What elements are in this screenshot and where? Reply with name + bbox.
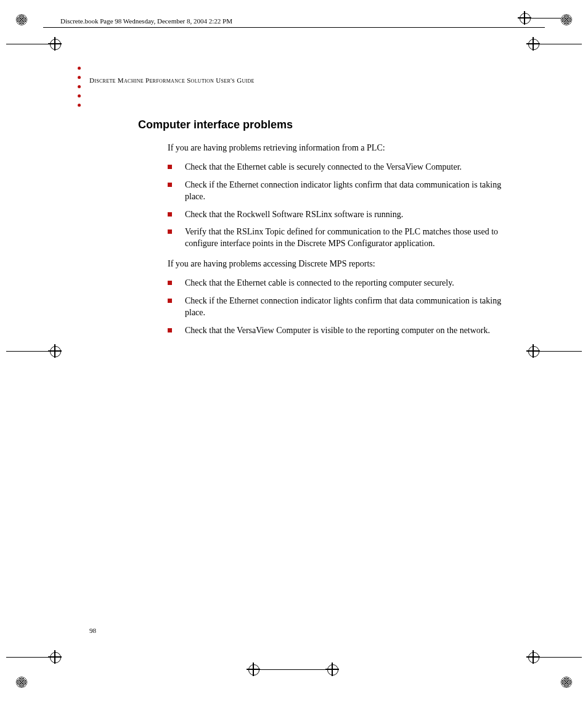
crop-mark-icon (6, 650, 62, 665)
list-item: Check that the Ethernet cable is securel… (168, 162, 508, 173)
registration-dot-icon (16, 677, 27, 688)
crop-mark-icon (6, 37, 62, 52)
section-dots-icon (78, 60, 81, 113)
crop-mark-icon (526, 344, 582, 359)
intro-paragraph: If you are having problems accessing Dis… (168, 258, 508, 270)
bullet-list: Check that the Ethernet cable is connect… (168, 278, 508, 337)
registration-dot-icon (561, 14, 572, 25)
page-number: 98 (89, 627, 96, 634)
crop-mark-icon (247, 663, 339, 677)
list-item: Check that the Rockwell Software RSLinx … (168, 209, 508, 221)
list-item: Check that the Ethernet cable is connect… (168, 278, 508, 289)
crop-mark-icon (518, 11, 561, 26)
list-item: Check that the VersaView Computer is vis… (168, 325, 508, 337)
crop-mark-icon (6, 344, 62, 359)
list-item: Verify that the RSLinx Topic defined for… (168, 226, 508, 250)
intro-paragraph: If you are having problems retrieving in… (168, 142, 508, 154)
running-head: Discrete Machine Performance Solution Us… (89, 76, 255, 84)
list-item: Check if the Ethernet connection indicat… (168, 295, 508, 319)
print-header-rule (43, 27, 545, 28)
registration-dot-icon (16, 14, 27, 25)
registration-dot-icon (561, 677, 572, 688)
print-header: Discrete.book Page 98 Wednesday, Decembe… (60, 17, 232, 25)
list-item: Check if the Ethernet connection indicat… (168, 180, 508, 203)
section-title: Computer interface problems (138, 118, 508, 131)
content-region: Computer interface problems If you are h… (138, 118, 508, 345)
page: Discrete.book Page 98 Wednesday, Decembe… (0, 0, 588, 702)
crop-mark-icon (526, 37, 582, 52)
crop-mark-icon (526, 650, 582, 665)
bullet-list: Check that the Ethernet cable is securel… (168, 162, 508, 250)
